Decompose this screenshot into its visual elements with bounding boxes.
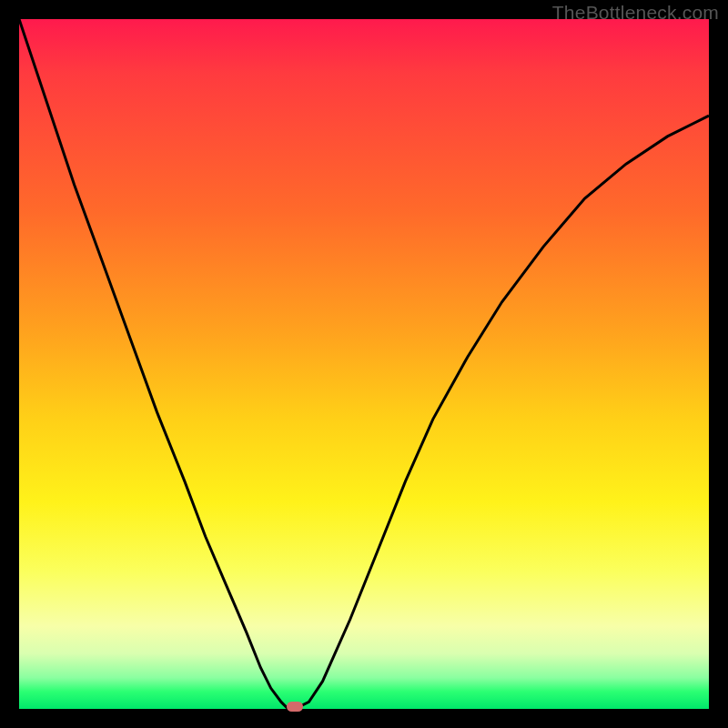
optimal-marker (287, 702, 303, 712)
watermark-text: TheBottleneck.com (552, 2, 719, 24)
chart-frame: TheBottleneck.com (0, 0, 728, 728)
bottleneck-curve (19, 19, 709, 709)
curve-line (19, 19, 709, 709)
plot-area (19, 19, 709, 709)
